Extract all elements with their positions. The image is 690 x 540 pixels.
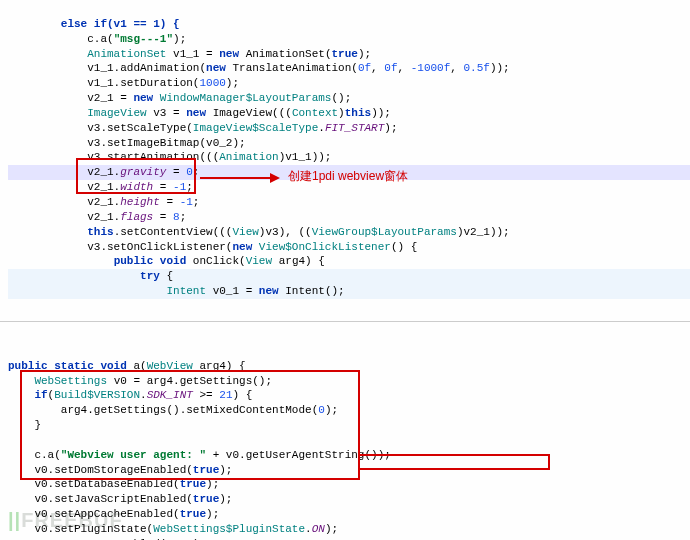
code-block-1: else if(v1 == 1) { c.a("msg---1"); Anima… bbox=[0, 0, 690, 301]
annotation-text-1: 创建1pdi webview窗体 bbox=[288, 168, 408, 184]
code-block-2: public static void a(WebView arg4) { Web… bbox=[0, 342, 690, 540]
arrow-icon bbox=[200, 168, 280, 188]
svg-marker-1 bbox=[270, 173, 280, 183]
